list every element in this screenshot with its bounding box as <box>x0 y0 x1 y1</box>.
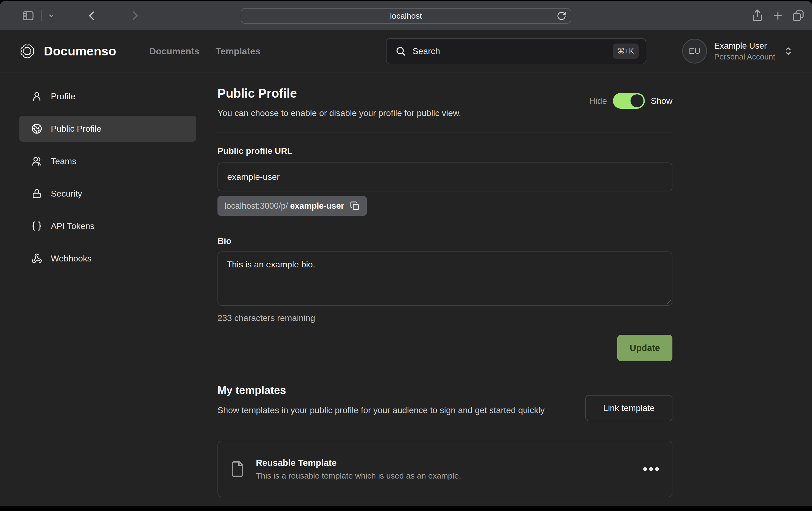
templates-header: My templates Show templates in your publ… <box>218 383 672 421</box>
account-text: Example User Personal Account <box>714 41 775 61</box>
search-input[interactable]: Search ⌘+K <box>386 38 646 64</box>
template-actions-button[interactable] <box>642 466 660 472</box>
nav-templates[interactable]: Templates <box>215 46 260 57</box>
documenso-logo-icon <box>19 43 36 59</box>
url-prefix: localhost:3000/p/ <box>225 201 288 211</box>
section-divider <box>218 132 672 132</box>
update-button[interactable]: Update <box>617 335 672 361</box>
template-description: This is a reusable template which is use… <box>256 471 461 480</box>
sidebar-item-profile[interactable]: Profile <box>19 83 196 109</box>
account-type: Personal Account <box>714 53 775 61</box>
characters-remaining: 233 characters remaining <box>218 312 672 323</box>
template-card-text: Reusable Template This is a reusable tem… <box>256 458 461 480</box>
browser-window-controls <box>751 1 805 30</box>
settings-layout: Profile Public Profile Teams Security AP… <box>0 72 812 506</box>
new-tab-icon[interactable] <box>772 9 784 22</box>
sidebar-toggle-icon[interactable] <box>20 9 36 22</box>
bio-textarea[interactable]: This is an example bio. <box>218 251 672 306</box>
toolbar-divider <box>41 10 42 21</box>
bio-label: Bio <box>218 236 672 246</box>
public-profile-panel: Public Profile You can choose to enable … <box>218 72 672 506</box>
visibility-toggle-row: Hide Show <box>589 93 672 109</box>
page-head: Public Profile You can choose to enable … <box>218 86 672 118</box>
users-icon <box>31 156 42 167</box>
url-slug: example-user <box>290 201 344 211</box>
globe-icon <box>31 123 42 134</box>
address-bar-url: localhost <box>390 11 422 21</box>
sidebar-item-api-tokens[interactable]: API Tokens <box>19 213 196 239</box>
sidebar-item-teams[interactable]: Teams <box>19 148 196 174</box>
browser-toolbar: localhost <box>0 1 812 30</box>
copy-icon[interactable] <box>350 201 360 211</box>
template-name: Reusable Template <box>256 458 461 468</box>
template-card[interactable]: Reusable Template This is a reusable tem… <box>218 441 672 497</box>
nav-documents[interactable]: Documents <box>149 46 199 57</box>
update-row: Update <box>218 335 672 361</box>
share-icon[interactable] <box>751 8 764 23</box>
templates-header-text: My templates Show templates in your publ… <box>218 383 545 421</box>
toggle-knob <box>631 94 643 107</box>
forward-button-icon[interactable] <box>128 9 141 22</box>
sidebar-item-public-profile[interactable]: Public Profile <box>19 116 196 142</box>
settings-sidebar: Profile Public Profile Teams Security AP… <box>19 72 196 506</box>
ellipsis-icon <box>642 466 660 472</box>
brand-name: Documenso <box>44 44 116 58</box>
toggle-show-label: Show <box>651 96 672 106</box>
brand[interactable]: Documenso <box>19 43 116 59</box>
profile-visibility-toggle[interactable] <box>613 93 645 109</box>
profile-url-input[interactable] <box>218 162 672 191</box>
search-icon <box>395 46 406 57</box>
reload-icon[interactable] <box>557 11 567 21</box>
browser-nav-controls <box>20 1 141 30</box>
address-bar[interactable]: localhost <box>241 8 571 24</box>
search-placeholder: Search <box>412 46 440 56</box>
sidebar-menu-chevron-icon[interactable] <box>47 11 55 20</box>
account-name: Example User <box>714 41 775 51</box>
chevrons-up-down-icon <box>783 46 793 56</box>
lock-icon <box>31 188 42 199</box>
webhook-icon <box>31 253 42 264</box>
sidebar-item-security[interactable]: Security <box>19 181 196 207</box>
documenso-app: Documenso Documents Templates Search ⌘+K… <box>0 30 812 506</box>
avatar: EU <box>682 39 707 63</box>
app-header: Documenso Documents Templates Search ⌘+K… <box>0 30 812 72</box>
braces-icon <box>31 221 42 232</box>
account-menu[interactable]: EU Example User Personal Account <box>682 39 793 63</box>
tab-overview-icon[interactable] <box>792 9 805 22</box>
search-shortcut-badge: ⌘+K <box>613 43 639 59</box>
file-icon <box>229 460 246 478</box>
link-template-button[interactable]: Link template <box>585 395 672 421</box>
templates-title: My templates <box>218 383 545 397</box>
top-nav: Documents Templates <box>149 46 260 57</box>
browser-window: localhost Documenso <box>0 0 812 511</box>
bio-field-wrap: This is an example bio. <box>218 251 672 306</box>
back-button-icon[interactable] <box>86 9 98 22</box>
user-icon <box>31 91 42 102</box>
profile-url-preview[interactable]: localhost:3000/p/ example-user <box>218 196 367 216</box>
profile-url-label: Public profile URL <box>218 146 672 156</box>
toggle-hide-label: Hide <box>589 96 607 106</box>
templates-description: Show templates in your public profile fo… <box>218 404 545 417</box>
sidebar-item-webhooks[interactable]: Webhooks <box>19 245 196 271</box>
page-subtitle: You can choose to enable or disable your… <box>218 108 672 118</box>
